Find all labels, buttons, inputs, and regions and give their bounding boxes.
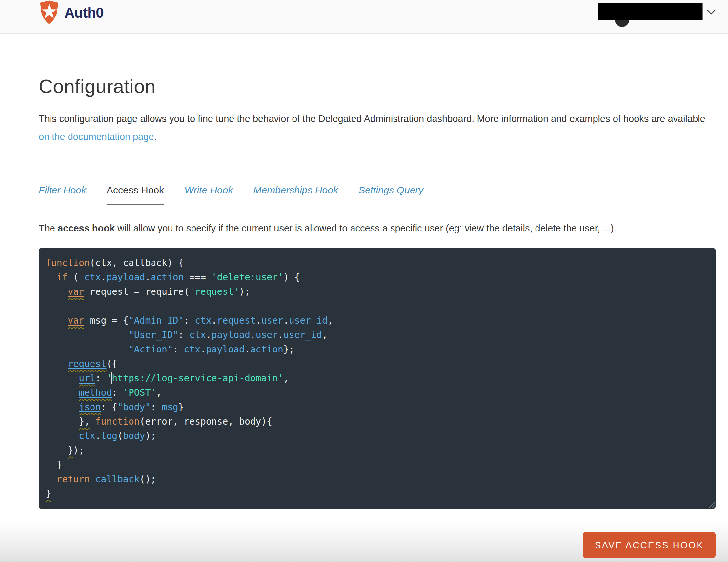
code-line[interactable]: "Action": ctx.payload.action}; — [46, 342, 709, 357]
lint-warning-token: } — [46, 488, 51, 499]
code-token: : — [173, 344, 184, 355]
code-token — [46, 315, 68, 326]
text-caret — [111, 372, 112, 384]
code-token: ( — [117, 431, 123, 441]
lint-warning-token: var — [68, 286, 84, 297]
code-line[interactable]: ctx.log(body); — [46, 429, 709, 443]
code-token: . — [278, 330, 283, 340]
code-token: . — [256, 315, 261, 326]
code-line[interactable]: }); — [46, 443, 709, 458]
code-line[interactable]: var request = require('request'); — [46, 285, 709, 299]
lint-warning-token: json — [79, 402, 101, 412]
lint-warning-token: } — [68, 445, 73, 456]
code-line[interactable]: }, function(error, response, body){ — [46, 414, 709, 429]
code-token: ); — [239, 286, 250, 297]
code-token: https://log-service-api-domain' — [112, 373, 283, 384]
code-line[interactable]: method: 'POST', — [46, 386, 709, 400]
code-token: } — [46, 459, 62, 470]
code-token: }, — [79, 416, 90, 427]
code-token — [46, 330, 129, 340]
code-token: : — [95, 373, 107, 384]
tab-memberships-hook[interactable]: Memberships Hook — [253, 185, 338, 205]
code-token: (error, response, body){ — [140, 416, 273, 427]
code-line[interactable] — [46, 299, 709, 313]
code-token: action — [250, 344, 283, 355]
code-token: 'request' — [189, 286, 239, 297]
code-token: ) { — [283, 272, 300, 283]
code-token — [46, 402, 79, 412]
desc-prefix: The — [39, 223, 58, 233]
access-hook-description: The access hook will allow you to specif… — [39, 223, 716, 234]
code-token: "body" — [117, 402, 151, 412]
code-line[interactable]: return callback(); — [46, 472, 709, 487]
code-token: return — [57, 474, 90, 485]
code-token: msg — [162, 402, 178, 412]
code-token: log — [101, 431, 118, 441]
code-line[interactable]: request({ — [46, 357, 709, 371]
code-token: , — [156, 387, 162, 398]
tab-settings-query[interactable]: Settings Query — [358, 185, 423, 205]
code-token: ctx — [184, 344, 200, 355]
code-token — [46, 387, 79, 398]
tab-filter-hook[interactable]: Filter Hook — [39, 185, 86, 205]
desc-suffix: will allow you to specify if the current… — [115, 223, 617, 233]
save-access-hook-button[interactable]: SAVE ACCESS HOOK — [583, 532, 716, 558]
code-token: user_id — [289, 315, 328, 326]
code-token — [46, 445, 68, 456]
code-token: ctx — [79, 431, 95, 441]
code-line[interactable]: "User_ID": ctx.payload.user.user_id, — [46, 328, 709, 342]
code-token: url — [79, 373, 95, 384]
code-line[interactable]: if ( ctx.payload.action === 'delete:user… — [46, 270, 709, 285]
code-token — [46, 416, 79, 427]
brand-name: Auth0 — [64, 5, 104, 21]
intro-paragraph: This configuration page allows you to fi… — [39, 110, 716, 146]
intro-text: This configuration page allows you to fi… — [39, 113, 705, 124]
code-token — [46, 358, 68, 369]
resize-handle-icon[interactable] — [708, 501, 715, 508]
code-token — [90, 474, 95, 485]
code-token — [46, 286, 68, 297]
code-line[interactable]: var msg = {"Admin_ID": ctx.request.user.… — [46, 313, 709, 328]
documentation-link[interactable]: on the documentation page — [39, 131, 154, 142]
page-title: Configuration — [39, 76, 716, 97]
code-token: user — [261, 315, 283, 326]
code-token: : { — [101, 402, 118, 412]
code-token: . — [145, 272, 151, 283]
code-token: . — [101, 272, 107, 283]
tab-access-hook[interactable]: Access Hook — [107, 185, 164, 205]
code-token: var — [68, 315, 84, 326]
code-editor[interactable]: function(ctx, callback) { if ( ctx.paylo… — [39, 248, 716, 509]
code-token: . — [200, 344, 206, 355]
chevron-down-icon[interactable] — [706, 9, 716, 16]
code-token: . — [245, 344, 250, 355]
user-name-redacted — [598, 3, 703, 20]
code-token: }; — [283, 344, 294, 355]
code-line[interactable]: json: {"body": msg} — [46, 400, 709, 414]
code-token: 'delete:user' — [212, 272, 283, 283]
code-line[interactable]: } — [46, 458, 709, 472]
code-token: : — [112, 387, 123, 398]
lint-warning-token: url — [79, 373, 95, 384]
code-token: action — [151, 272, 184, 283]
code-token: body — [123, 431, 145, 441]
code-line[interactable]: } — [46, 487, 709, 501]
tab-write-hook[interactable]: Write Hook — [184, 185, 233, 205]
code-token: msg = { — [84, 315, 129, 326]
hook-tabs: Filter Hook Access Hook Write Hook Membe… — [39, 185, 716, 205]
code-token — [46, 373, 79, 384]
code-token: "Admin_ID" — [129, 315, 184, 326]
code-token: } — [178, 402, 184, 412]
code-token: , — [322, 330, 328, 340]
code-token: === — [184, 272, 211, 283]
code-token: ); — [145, 431, 156, 441]
code-line[interactable]: url: 'https://log-service-api-domain', — [46, 371, 709, 386]
code-token: . — [283, 315, 289, 326]
user-menu[interactable] — [598, 3, 716, 20]
code-line[interactable]: function(ctx, callback) { — [46, 256, 709, 270]
auth0-shield-icon — [39, 0, 60, 25]
code-token: } — [68, 445, 73, 456]
code-token — [46, 431, 79, 441]
code-token: callback — [95, 474, 140, 485]
code-token: var — [68, 286, 84, 297]
auth0-logo: Auth0 — [39, 0, 104, 25]
